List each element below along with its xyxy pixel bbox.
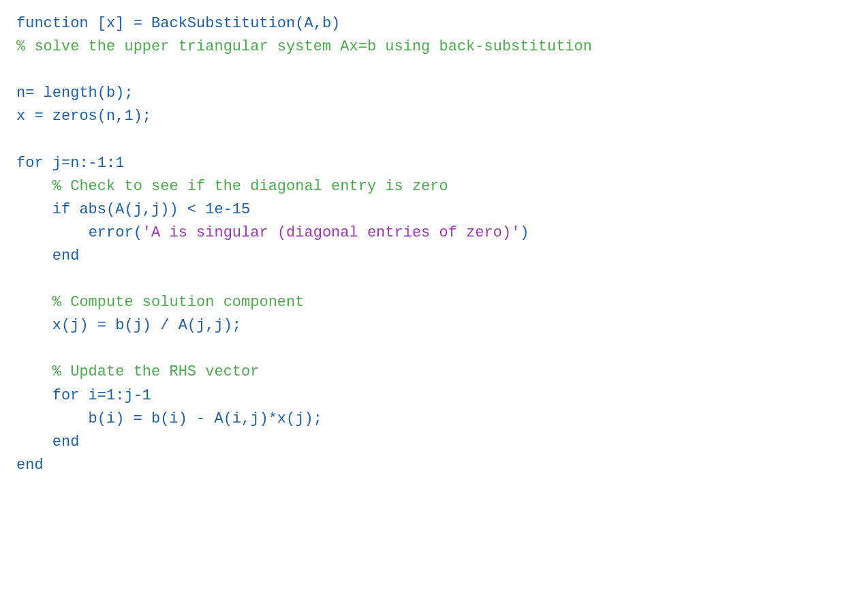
- code-line: for j=n:-1:1: [16, 152, 852, 175]
- code-container: function [x] = BackSubstitution(A,b)% so…: [16, 12, 852, 477]
- code-token: x = zeros(n,1);: [16, 108, 151, 125]
- code-token: [16, 387, 52, 404]
- code-line: % Compute solution component: [16, 291, 852, 314]
- code-line: x = zeros(n,1);: [16, 105, 852, 128]
- code-line: [16, 128, 852, 151]
- code-token: j=n:-1:1: [44, 155, 125, 172]
- code-token: [16, 433, 52, 451]
- code-line: x(j) = b(j) / A(j,j);: [16, 314, 852, 337]
- code-token: [x] = BackSubstitution(A,b): [89, 15, 341, 32]
- code-token: [16, 247, 52, 264]
- code-line: end: [16, 454, 852, 477]
- code-line: for i=1:j-1: [16, 384, 852, 408]
- code-line: [16, 59, 852, 82]
- code-line: % Check to see if the diagonal entry is …: [16, 175, 852, 198]
- code-token: for: [52, 387, 80, 404]
- code-token: b(i) = b(i) - A(i,j)*x(j);: [16, 410, 322, 427]
- code-token: [16, 201, 52, 218]
- code-line: error('A is singular (diagonal entries o…: [16, 222, 852, 245]
- code-token: end: [16, 457, 44, 474]
- code-token: abs(A(j,j)) < 1e-15: [70, 201, 250, 218]
- code-token: if: [52, 201, 70, 218]
- code-token: error(: [89, 224, 142, 241]
- code-line: function [x] = BackSubstitution(A,b): [16, 12, 852, 35]
- code-line: % solve the upper triangular system Ax=b…: [16, 35, 852, 59]
- code-token: % Update the RHS vector: [52, 363, 260, 380]
- code-token: end: [52, 433, 80, 451]
- code-token: function: [16, 15, 89, 32]
- code-line: end: [16, 245, 852, 268]
- code-token: for: [16, 155, 44, 172]
- code-line: end: [16, 431, 852, 454]
- code-line: n= length(b);: [16, 82, 852, 105]
- code-line: % Update the RHS vector: [16, 361, 852, 384]
- code-token: n= length(b);: [16, 85, 134, 102]
- code-token: ): [520, 224, 529, 241]
- code-token: end: [52, 247, 80, 264]
- code-line: if abs(A(j,j)) < 1e-15: [16, 198, 852, 222]
- code-token: x(j) = b(j) / A(j,j);: [16, 317, 241, 334]
- code-token: % Compute solution component: [52, 294, 305, 311]
- code-token: i=1:j-1: [79, 387, 151, 404]
- code-token: [16, 224, 89, 241]
- code-token: % Check to see if the diagonal entry is …: [52, 178, 448, 195]
- code-line: b(i) = b(i) - A(i,j)*x(j);: [16, 408, 852, 431]
- code-token: [16, 363, 52, 380]
- code-line: [16, 337, 852, 361]
- code-token: [16, 178, 52, 195]
- code-token: % solve the upper triangular system Ax=b…: [16, 38, 592, 55]
- code-line: [16, 268, 852, 291]
- code-token: 'A is singular (diagonal entries of zero…: [142, 224, 521, 241]
- code-token: [16, 294, 52, 311]
